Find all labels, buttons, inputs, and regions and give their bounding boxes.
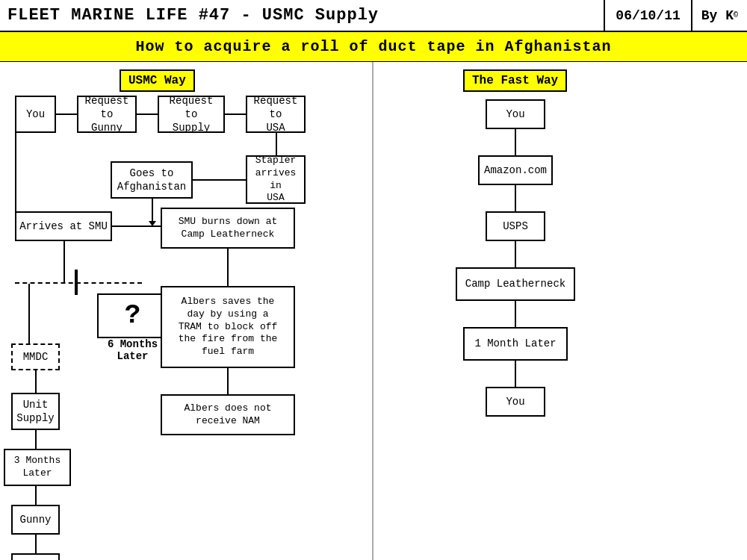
goes-afghanistan-box: Goes to Afghanistan xyxy=(111,161,193,199)
right-you-box: You xyxy=(486,99,545,129)
question-mark-box: ? xyxy=(97,293,168,338)
arrow-albers-nonam xyxy=(227,368,229,394)
arrow-to-mmdc xyxy=(28,284,30,343)
albers-saves-box: Albers saves the day by using a TRAM to … xyxy=(161,286,295,368)
arrow-left-vertical xyxy=(15,133,16,223)
fast-way-label: The Fast Way xyxy=(463,69,567,92)
unit-supply-box: Unit Supply xyxy=(11,393,60,430)
arrow-gunny-you xyxy=(35,535,37,553)
amazon-box: Amazon.com xyxy=(478,155,553,185)
right-you-final-box: You xyxy=(486,387,545,417)
one-month-box: 1 Month Later xyxy=(463,327,568,361)
arrow-smu-down-left xyxy=(63,241,65,282)
arrow-you-amazon xyxy=(515,129,516,155)
arrow-supply-usa xyxy=(225,113,246,115)
arrow-month-you2 xyxy=(515,361,516,387)
stapler-usa-box: Stapler arrives in USA xyxy=(246,155,306,204)
request-usa-box: Request to USA xyxy=(246,96,306,133)
main-content: USMC Way You Request to Gunny Request to… xyxy=(0,62,747,560)
vertical-bar xyxy=(75,270,78,295)
arrow-usa-stapler xyxy=(276,133,277,155)
gunny-box: Gunny xyxy=(11,505,60,535)
usps-box: USPS xyxy=(486,211,545,241)
left-panel: USMC Way You Request to Gunny Request to… xyxy=(0,62,374,560)
copyright-symbol: © xyxy=(734,11,738,19)
request-supply-box: Request to Supply xyxy=(158,96,225,133)
right-panel: The Fast Way You Amazon.com USPS Camp Le… xyxy=(374,62,747,560)
arrow-you-gunny xyxy=(56,113,77,115)
arrow-3months-gunny xyxy=(35,486,37,505)
arrow-camp-month xyxy=(515,301,516,327)
arrow-usps-camp xyxy=(515,241,516,267)
you-box: You xyxy=(15,96,56,133)
arrow-mmdc-unit xyxy=(35,370,37,393)
smu-burns-box: SMU burns down at Camp Leatherneck xyxy=(161,208,295,249)
three-months-box: 3 Months Later xyxy=(4,449,71,486)
usmc-way-label: USMC Way xyxy=(120,69,195,92)
arrow-gunny-supply xyxy=(137,113,158,115)
arrives-smu-box: Arrives at SMU xyxy=(15,211,112,241)
arrow-burns-albers xyxy=(227,249,229,286)
arrow-smu-burns xyxy=(112,225,161,227)
arrow-amazon-usps xyxy=(515,185,516,211)
header: FLEET MARINE LIFE #47 - USMC Supply 06/1… xyxy=(0,0,747,32)
dashed-line xyxy=(15,282,142,284)
subtitle: How to acquire a roll of duct tape in Af… xyxy=(0,32,747,62)
you-final-box: You xyxy=(11,553,60,560)
request-gunny-box: Request to Gunny xyxy=(77,96,137,133)
mmdc-box: MMDC xyxy=(11,343,60,370)
header-by: By K © xyxy=(691,0,747,31)
camp-leatherneck-box: Camp Leatherneck xyxy=(456,267,575,301)
albers-no-nam-box: Albers does not receive NAM xyxy=(161,394,295,435)
arrow-unit-3months xyxy=(35,430,37,449)
header-title: FLEET MARINE LIFE #47 - USMC Supply xyxy=(0,0,604,31)
arrow-afghanistan-smu xyxy=(152,199,153,221)
header-date: 06/10/11 xyxy=(604,0,690,31)
